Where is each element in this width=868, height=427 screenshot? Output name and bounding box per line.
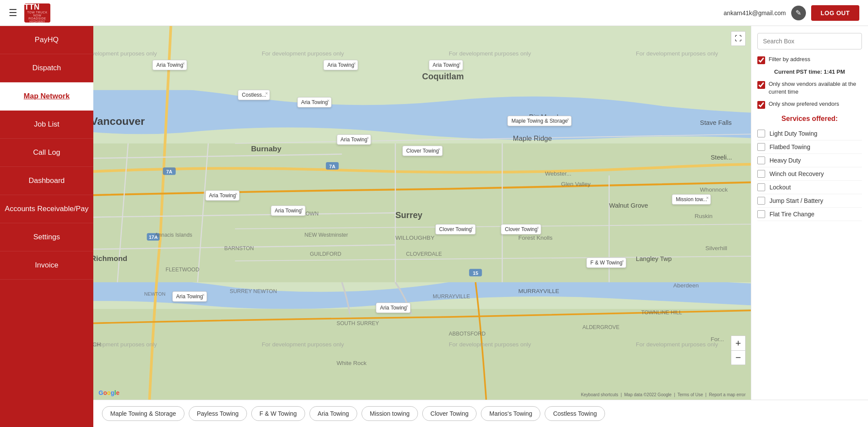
service-jump-start: Jump Start / Battery — [757, 194, 862, 208]
search-box-input[interactable] — [757, 33, 862, 49]
svg-text:For...: For... — [710, 336, 724, 342]
svg-text:GUILDFORD: GUILDFORD — [310, 251, 342, 257]
svg-text:7A: 7A — [329, 164, 335, 169]
service-flatbed-label: Flatbed Towing — [769, 143, 810, 150]
map-label-clover-3[interactable]: Clover Towing — [501, 224, 541, 235]
service-flat-tire-label: Flat Tire Change — [769, 211, 815, 218]
map-zoom-out[interactable]: − — [731, 350, 746, 365]
map-fullscreen-button[interactable]: ⛶ — [731, 31, 746, 46]
user-email: ankarn41k@gmail.com — [723, 10, 786, 16]
svg-text:Whonnock: Whonnock — [700, 186, 728, 193]
svg-text:MURRAYVILLE: MURRAYVILLE — [518, 288, 559, 294]
filter-address-row: Filter by address — [757, 55, 862, 64]
svg-text:7A: 7A — [166, 169, 172, 174]
svg-text:Ruskin: Ruskin — [695, 213, 713, 219]
vendor-chip-mission[interactable]: Mission towing — [362, 406, 418, 421]
filter-address-checkbox[interactable] — [757, 56, 765, 64]
map-svg: 7A 7A 17A 15 For development purposes on… — [93, 26, 751, 400]
svg-text:Glen Valley: Glen Valley — [561, 181, 591, 187]
map-label-aria-7[interactable]: Aria Towing — [271, 205, 306, 216]
logout-button[interactable]: LOG OUT — [811, 5, 859, 21]
svg-text:SOUTH SURREY: SOUTH SURREY — [336, 320, 379, 326]
sidebar-item-map-network[interactable]: Map Network — [0, 82, 93, 111]
svg-text:BARNSTON: BARNSTON — [224, 245, 254, 251]
svg-text:Langley Twp: Langley Twp — [636, 255, 672, 262]
sidebar-item-job-list[interactable]: Job List — [0, 111, 93, 139]
sidebar-item-invoice[interactable]: Invoice — [0, 251, 93, 280]
svg-text:Burnaby: Burnaby — [251, 144, 281, 153]
map-label-aria-3[interactable]: Aria Towing — [429, 60, 464, 70]
svg-text:For development purposes only: For development purposes only — [262, 50, 344, 57]
service-heavy-duty-checkbox[interactable] — [757, 156, 765, 164]
map-label-clover-2[interactable]: Clover Towing — [435, 224, 476, 235]
map-label-aria-5[interactable]: Aria Towing — [337, 134, 372, 145]
service-light-duty-checkbox[interactable] — [757, 130, 765, 137]
vendor-chip-marios[interactable]: Marios's Towing — [481, 406, 540, 421]
map-label-aria-2[interactable]: Aria Towing — [323, 60, 358, 70]
sidebar-item-dashboard[interactable]: Dashboard — [0, 167, 93, 195]
map-label-aria-6[interactable]: Aria Towing — [205, 190, 240, 201]
filter-available-label: Only show vendors available at the curre… — [769, 80, 862, 96]
sidebar-item-settings[interactable]: Settings — [0, 223, 93, 251]
map-zoom-in[interactable]: + — [731, 336, 746, 350]
sidebar-item-dispatch[interactable]: Dispatch — [0, 54, 93, 82]
vendor-chip-costless[interactable]: Costless Towing — [545, 406, 605, 421]
map-label-aria-9[interactable]: Aria Towing — [376, 303, 411, 313]
svg-text:ABBOTSFORD: ABBOTSFORD — [449, 331, 486, 337]
map-panel-wrapper: 7A 7A 17A 15 For development purposes on… — [93, 26, 868, 400]
map-label-clover-1[interactable]: Clover Towing — [402, 146, 443, 156]
header-right: ankarn41k@gmail.com ✎ LOG OUT — [723, 5, 859, 21]
svg-text:Forest Knolls: Forest Knolls — [518, 235, 552, 241]
svg-text:Silverhill: Silverhill — [705, 245, 727, 251]
svg-text:For development purposes only: For development purposes only — [449, 50, 531, 57]
svg-text:Maple Ridge: Maple Ridge — [513, 135, 552, 142]
vendor-chip-payless[interactable]: Payless Towing — [189, 406, 247, 421]
svg-text:MURRAYVILLE: MURRAYVILLE — [433, 293, 470, 300]
vendor-chip-clover[interactable]: Clover Towing — [422, 406, 477, 421]
map-label-costless[interactable]: Costless... — [238, 90, 270, 100]
map-footer-text: Keyboard shortcuts | Map data ©2022 Goog… — [581, 392, 746, 397]
svg-rect-3 — [93, 309, 751, 400]
filter-address-label: Filter by address — [769, 55, 810, 63]
filter-preferred-checkbox[interactable] — [757, 101, 765, 109]
current-time: Current PST time: 1:41 PM — [757, 68, 862, 75]
sidebar-item-payhq[interactable]: PayHQ — [0, 26, 93, 54]
map-label-aria-4[interactable]: Aria Towing — [297, 97, 332, 108]
vendor-chip-maple[interactable]: Maple Towing & Storage — [102, 406, 184, 421]
svg-text:Vancouver: Vancouver — [93, 115, 145, 127]
sidebar-item-call-log[interactable]: Call Log — [0, 139, 93, 167]
filter-available-checkbox[interactable] — [757, 81, 765, 89]
svg-text:Surrey: Surrey — [395, 210, 422, 220]
service-jump-start-checkbox[interactable] — [757, 197, 765, 205]
map-label-aria-1[interactable]: Aria Towing — [152, 60, 187, 70]
svg-text:Webster...: Webster... — [545, 170, 572, 177]
user-avatar: ✎ — [791, 6, 806, 20]
services-heading: Services offered: — [757, 115, 862, 123]
header-left: ☰ TTN TOW TRUCK NOWROADSIDE HIGHWAY — [9, 3, 50, 23]
svg-text:ALDERGROVE: ALDERGROVE — [582, 324, 619, 330]
svg-text:Steeli...: Steeli... — [710, 154, 732, 161]
map-label-mission[interactable]: Mission tow... — [672, 194, 711, 205]
map-label-aria-8[interactable]: Aria Towing — [172, 291, 207, 302]
service-lockout-checkbox[interactable] — [757, 183, 765, 191]
service-flat-tire-checkbox[interactable] — [757, 210, 765, 218]
svg-text:For development purposes only: For development purposes only — [262, 341, 344, 348]
vendor-chip-fw[interactable]: F & W Towing — [251, 406, 305, 421]
service-flatbed-checkbox[interactable] — [757, 143, 765, 151]
service-heavy-duty: Heavy Duty — [757, 154, 862, 167]
filter-preferred-label: Only show prefered vendors — [769, 100, 839, 108]
map-label-fw[interactable]: F & W Towing — [586, 258, 626, 268]
main-layout: PayHQ Dispatch Map Network Job List Call… — [0, 26, 868, 427]
svg-text:Walnut Grove: Walnut Grove — [609, 202, 648, 209]
service-light-duty-label: Light Duty Towing — [769, 130, 817, 137]
svg-text:For development purposes only: For development purposes only — [449, 341, 531, 348]
filter-available-row: Only show vendors available at the curre… — [757, 80, 862, 96]
service-winch-checkbox[interactable] — [757, 170, 765, 178]
service-lockout-label: Lockout — [769, 184, 791, 191]
sidebar-item-accounts[interactable]: Accounts Receivable/Pay — [0, 195, 93, 223]
map-label-maple[interactable]: Maple Towing & Storage — [507, 116, 572, 126]
map-container[interactable]: 7A 7A 17A 15 For development purposes on… — [93, 26, 751, 400]
sidebar: PayHQ Dispatch Map Network Job List Call… — [0, 26, 93, 427]
hamburger-menu[interactable]: ☰ — [9, 7, 17, 19]
vendor-chip-aria[interactable]: Aria Towing — [309, 406, 357, 421]
